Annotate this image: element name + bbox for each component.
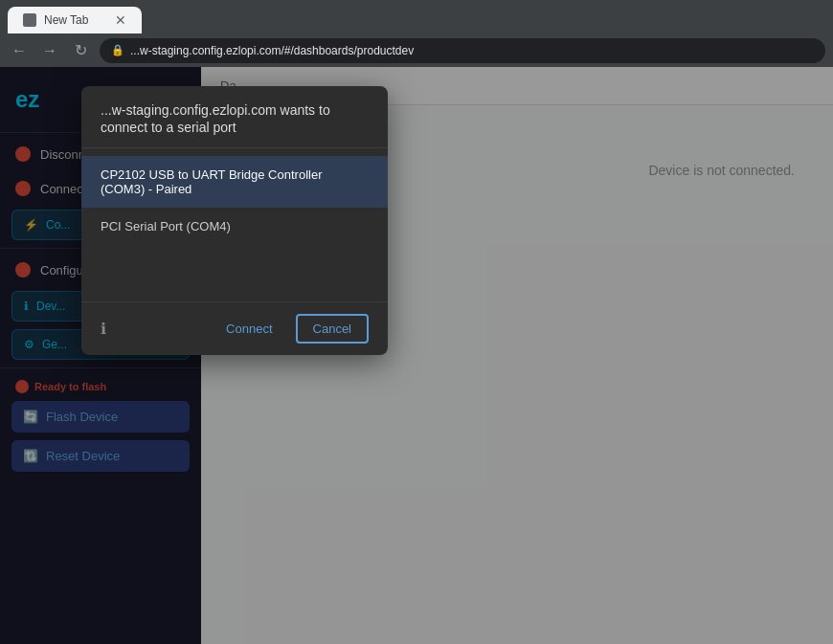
refresh-button[interactable]: ↻: [69, 39, 92, 62]
address-bar[interactable]: 🔒 ...w-staging.config.ezlopi.com/#/dashb…: [100, 38, 825, 63]
serial-port-dialog: ...w-staging.config.ezlopi.com wants to …: [81, 86, 388, 355]
browser-tabs: New Tab ✕: [0, 0, 833, 33]
port-item-2[interactable]: PCI Serial Port (COM4): [81, 208, 388, 245]
help-icon[interactable]: ℹ: [101, 320, 106, 338]
port-2-label: PCI Serial Port (COM4): [101, 219, 231, 233]
port-item-1[interactable]: CP2102 USB to UART Bridge Controller (CO…: [81, 156, 388, 208]
url-display: ...w-staging.config.ezlopi.com/#/dashboa…: [130, 44, 414, 57]
dialog-header: ...w-staging.config.ezlopi.com wants to …: [81, 86, 388, 148]
cancel-button[interactable]: Cancel: [296, 314, 369, 344]
forward-button[interactable]: →: [38, 39, 61, 62]
port-1-label: CP2102 USB to UART Bridge Controller (CO…: [101, 167, 369, 196]
dialog-body: CP2102 USB to UART Bridge Controller (CO…: [81, 148, 388, 301]
browser-toolbar: ← → ↻ 🔒 ...w-staging.config.ezlopi.com/#…: [0, 33, 833, 67]
back-button[interactable]: ←: [8, 39, 31, 62]
dialog-title: ...w-staging.config.ezlopi.com wants to …: [101, 102, 330, 135]
lock-icon: 🔒: [111, 44, 124, 56]
dialog-footer: ℹ Connect Cancel: [81, 301, 388, 355]
connect-button[interactable]: Connect: [211, 314, 287, 344]
tab-label: New Tab: [44, 13, 88, 27]
browser-tab[interactable]: New Tab ✕: [8, 7, 142, 33]
browser-chrome: New Tab ✕ ← → ↻ 🔒 ...w-staging.config.ez…: [0, 0, 833, 67]
tab-favicon: [23, 13, 36, 27]
dialog-actions: Connect Cancel: [211, 314, 369, 344]
page-content: ez Disconnec... Connect t... ⚡ Co... Con…: [0, 67, 833, 644]
tab-close-icon[interactable]: ✕: [115, 12, 126, 28]
